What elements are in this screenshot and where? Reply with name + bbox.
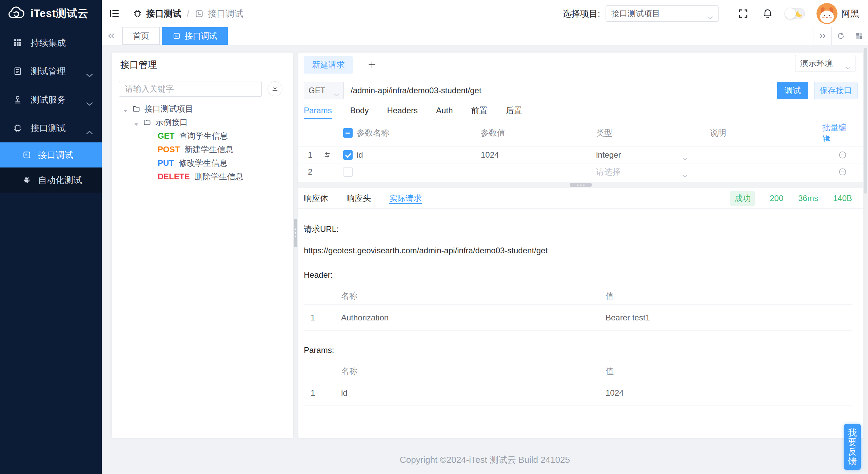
- debug-button[interactable]: 调试: [777, 82, 808, 99]
- sidebar-item-auto-test[interactable]: 自动化测试: [0, 167, 102, 193]
- notification-bell-icon[interactable]: [762, 8, 773, 19]
- remove-row-icon[interactable]: [838, 167, 847, 176]
- request-tab-new[interactable]: 新建请求: [304, 56, 353, 74]
- tabbar-tools: [813, 27, 868, 45]
- chevron-down-icon: [683, 153, 688, 156]
- collapse-sidebar-icon[interactable]: [108, 8, 120, 19]
- scroll-tabs-right-icon[interactable]: [813, 27, 831, 45]
- tree-node-folder[interactable]: 示例接口: [119, 116, 286, 129]
- save-api-button[interactable]: 保存接口: [814, 82, 857, 99]
- sidebar-item-label: 测试服务: [31, 94, 66, 106]
- tab-body[interactable]: Body: [350, 102, 369, 119]
- breadcrumb: 接口测试 / 接口调试: [133, 8, 243, 20]
- tree-node-label: 示例接口: [155, 117, 188, 128]
- sidebar-item-label: 自动化测试: [38, 174, 82, 186]
- col-value: 值: [606, 366, 852, 377]
- sidebar-item-test-service[interactable]: 测试服务: [0, 85, 102, 114]
- method-badge: DELETE: [158, 172, 190, 181]
- scrollbar-thumb[interactable]: [864, 48, 867, 194]
- cloud-logo-icon: [6, 3, 26, 24]
- param-value-cell[interactable]: 1024: [481, 150, 596, 160]
- tree-node-project[interactable]: 接口测试项目: [119, 102, 286, 116]
- caret-down-icon[interactable]: [123, 106, 128, 112]
- header-name: Authorization: [341, 313, 606, 322]
- response-resize-strip: [298, 182, 863, 188]
- layout-grid-icon[interactable]: [850, 27, 868, 45]
- table-row: 1 id 1024: [304, 380, 852, 406]
- sidebar-item-api-debug[interactable]: 接口调试: [0, 142, 102, 167]
- request-url-label: 请求URL:: [304, 224, 852, 235]
- caret-down-icon[interactable]: [134, 120, 139, 125]
- chevron-down-icon: [683, 170, 688, 173]
- search-row: [119, 81, 286, 97]
- tree-node-api-get[interactable]: GET 查询学生信息: [119, 129, 286, 143]
- fullscreen-icon[interactable]: [738, 8, 749, 19]
- chip-icon: [13, 123, 22, 133]
- sidebar-item-test-mgmt[interactable]: 测试管理: [0, 57, 102, 85]
- bulk-edit-link[interactable]: 批量编辑: [822, 122, 863, 144]
- refresh-icon[interactable]: [831, 27, 850, 45]
- tab-api-debug[interactable]: 接口调试: [162, 27, 228, 45]
- panel-splitter-handle[interactable]: [294, 219, 297, 247]
- response-duration: 36ms: [798, 194, 818, 203]
- content-area: 接口管理: [102, 45, 868, 474]
- tab-pre-script[interactable]: 前置: [471, 102, 487, 119]
- feedback-button[interactable]: 我要反馈: [844, 424, 861, 470]
- tab-response-headers[interactable]: 响应头: [347, 193, 371, 204]
- param-type-select[interactable]: integer: [596, 150, 710, 160]
- row-checkbox[interactable]: [343, 167, 353, 177]
- breadcrumb-item-api-test[interactable]: 接口测试: [133, 8, 181, 20]
- add-request-tab-icon[interactable]: [367, 60, 377, 70]
- search-input[interactable]: [119, 81, 262, 97]
- environment-select[interactable]: 演示环境: [795, 55, 855, 72]
- request-config-tabs: Params Body Headers Auth 前置 后置: [298, 102, 863, 119]
- username: 阿黑: [842, 8, 859, 20]
- sidebar-submenu: 接口调试 自动化测试: [0, 142, 102, 193]
- tree-node-api-post[interactable]: POST 新建学生信息: [119, 143, 286, 156]
- kv-table-header: 名称 值: [304, 362, 852, 380]
- drag-sort-icon[interactable]: [323, 151, 332, 159]
- tree-node-api-put[interactable]: PUT 修改学生信息: [119, 156, 286, 170]
- project-select-value: 接口测试项目: [611, 8, 660, 19]
- avatar[interactable]: [816, 3, 837, 24]
- tab-params[interactable]: Params: [304, 102, 332, 119]
- tab-post-script[interactable]: 后置: [506, 102, 522, 119]
- breadcrumb-label: 接口测试: [146, 8, 181, 20]
- remove-row-icon[interactable]: [838, 151, 847, 159]
- logo[interactable]: iTest测试云: [0, 0, 102, 27]
- row-checkbox[interactable]: [343, 150, 353, 160]
- request-headers-table: 名称 值 1 Authorization Bearer test1: [304, 287, 852, 331]
- request-full-url: https://geotest.geovisearth.com/admin-ap…: [304, 246, 852, 255]
- resize-handle[interactable]: [570, 183, 592, 187]
- param-name-cell[interactable]: id: [357, 150, 481, 160]
- tab-auth[interactable]: Auth: [436, 102, 453, 119]
- sidebar-item-api-test[interactable]: 接口测试: [0, 114, 102, 142]
- tab-home[interactable]: 首页: [122, 27, 160, 45]
- import-download-button[interactable]: [268, 81, 282, 96]
- tree-node-api-delete[interactable]: DELETE 删除学生信息: [119, 170, 286, 183]
- param-type-select[interactable]: 请选择: [596, 166, 710, 177]
- theme-toggle[interactable]: [785, 8, 805, 19]
- table-row: 1 Authorization Bearer test1: [304, 305, 852, 331]
- sliders-icon: [173, 32, 181, 40]
- scrollbar[interactable]: [864, 47, 867, 473]
- url-input[interactable]: [344, 82, 772, 99]
- tab-headers[interactable]: Headers: [387, 102, 418, 119]
- method-badge: PUT: [158, 158, 174, 168]
- panel-body: 接口测试项目 示例接口 GET: [112, 77, 293, 183]
- copyright-text: Copyright ©2024-iTest 测试云 Build 241025: [102, 454, 868, 466]
- col-name: 名称: [341, 291, 606, 301]
- select-all-checkbox[interactable]: [343, 128, 353, 138]
- scroll-tabs-left-icon[interactable]: [102, 27, 121, 45]
- tab-actual-request[interactable]: 实际请求: [389, 193, 422, 204]
- sidebar-item-ci[interactable]: 持续集成: [0, 28, 102, 57]
- breadcrumb-item-api-debug[interactable]: 接口调试: [195, 8, 243, 20]
- tab-response-body[interactable]: 响应体: [304, 193, 328, 204]
- project-select[interactable]: 接口测试项目: [606, 5, 719, 22]
- stamp-icon: [13, 95, 22, 104]
- method-badge: GET: [158, 131, 174, 141]
- method-select[interactable]: GET: [304, 82, 344, 99]
- col-name: 名称: [341, 366, 606, 377]
- chevron-down-icon: [708, 12, 713, 15]
- status-badge: 成功: [730, 191, 755, 206]
